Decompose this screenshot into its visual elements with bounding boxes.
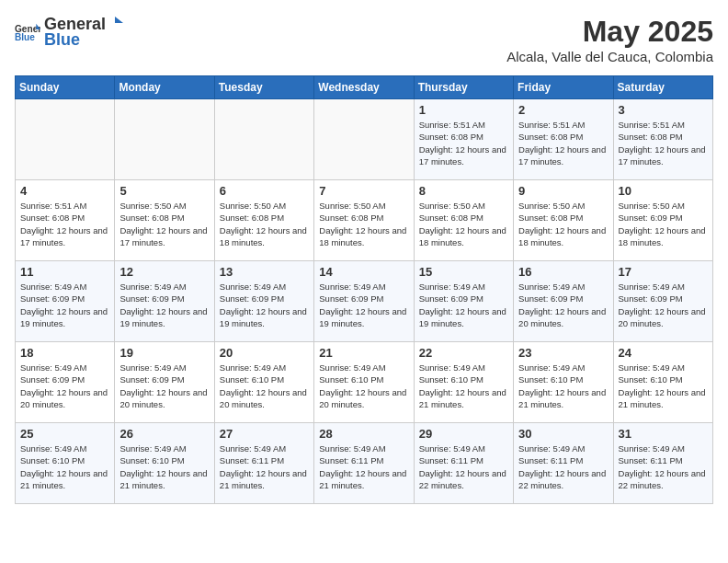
day-number: 20 — [220, 346, 309, 360]
day-number: 29 — [419, 427, 508, 441]
cell-content: Sunrise: 5:49 AMSunset: 6:09 PMDaylight:… — [119, 362, 209, 410]
cell-content: Sunrise: 5:49 AMSunset: 6:10 PMDaylight:… — [319, 362, 408, 410]
cell-content: Sunrise: 5:49 AMSunset: 6:10 PMDaylight:… — [220, 362, 309, 410]
calendar-cell: 21Sunrise: 5:49 AMSunset: 6:10 PMDayligh… — [314, 342, 414, 423]
cell-content: Sunrise: 5:50 AMSunset: 6:08 PMDaylight:… — [419, 200, 508, 248]
day-number: 2 — [518, 103, 608, 117]
calendar-cell — [115, 99, 214, 180]
day-number: 11 — [20, 265, 109, 279]
calendar-week-row: 25Sunrise: 5:49 AMSunset: 6:10 PMDayligh… — [16, 423, 713, 504]
calendar-cell — [16, 99, 115, 180]
cell-content: Sunrise: 5:49 AMSunset: 6:09 PMDaylight:… — [419, 281, 508, 329]
svg-marker-3 — [115, 17, 123, 23]
calendar-cell: 11Sunrise: 5:49 AMSunset: 6:09 PMDayligh… — [16, 261, 115, 342]
day-number: 13 — [220, 265, 309, 279]
cell-content: Sunrise: 5:50 AMSunset: 6:08 PMDaylight:… — [119, 200, 209, 248]
day-number: 27 — [220, 427, 309, 441]
calendar-week-row: 11Sunrise: 5:49 AMSunset: 6:09 PMDayligh… — [16, 261, 713, 342]
calendar-cell: 14Sunrise: 5:49 AMSunset: 6:09 PMDayligh… — [314, 261, 414, 342]
calendar-cell: 23Sunrise: 5:49 AMSunset: 6:10 PMDayligh… — [514, 342, 613, 423]
weekday-header-saturday: Saturday — [613, 76, 712, 99]
weekday-header-wednesday: Wednesday — [314, 76, 414, 99]
day-number: 21 — [319, 346, 408, 360]
cell-content: Sunrise: 5:49 AMSunset: 6:10 PMDaylight:… — [419, 362, 508, 410]
day-number: 4 — [20, 184, 109, 198]
cell-content: Sunrise: 5:51 AMSunset: 6:08 PMDaylight:… — [419, 119, 508, 167]
cell-content: Sunrise: 5:49 AMSunset: 6:09 PMDaylight:… — [518, 281, 608, 329]
calendar-cell — [314, 99, 414, 180]
svg-text:Blue: Blue — [15, 32, 35, 42]
cell-content: Sunrise: 5:50 AMSunset: 6:08 PMDaylight:… — [220, 200, 309, 248]
cell-content: Sunrise: 5:49 AMSunset: 6:10 PMDaylight:… — [20, 442, 109, 491]
calendar-cell: 3Sunrise: 5:51 AMSunset: 6:08 PMDaylight… — [613, 99, 712, 180]
cell-content: Sunrise: 5:50 AMSunset: 6:09 PMDaylight:… — [619, 200, 708, 248]
day-number: 25 — [20, 427, 109, 441]
cell-content: Sunrise: 5:49 AMSunset: 6:10 PMDaylight:… — [119, 442, 209, 491]
calendar-cell: 17Sunrise: 5:49 AMSunset: 6:09 PMDayligh… — [613, 261, 712, 342]
day-number: 9 — [518, 184, 608, 198]
day-number: 15 — [419, 265, 508, 279]
calendar-cell: 10Sunrise: 5:50 AMSunset: 6:09 PMDayligh… — [613, 180, 712, 261]
calendar-week-row: 18Sunrise: 5:49 AMSunset: 6:09 PMDayligh… — [16, 342, 713, 423]
calendar-cell: 30Sunrise: 5:49 AMSunset: 6:11 PMDayligh… — [514, 423, 613, 504]
calendar-week-row: 1Sunrise: 5:51 AMSunset: 6:08 PMDaylight… — [16, 99, 713, 180]
calendar-cell: 22Sunrise: 5:49 AMSunset: 6:10 PMDayligh… — [414, 342, 513, 423]
day-number: 19 — [119, 346, 209, 360]
logo: General Blue General Blue — [15, 15, 124, 50]
calendar-cell: 27Sunrise: 5:49 AMSunset: 6:11 PMDayligh… — [214, 423, 313, 504]
calendar-cell: 20Sunrise: 5:49 AMSunset: 6:10 PMDayligh… — [214, 342, 313, 423]
day-number: 5 — [119, 184, 209, 198]
calendar-cell: 31Sunrise: 5:49 AMSunset: 6:11 PMDayligh… — [613, 423, 712, 504]
calendar-cell: 5Sunrise: 5:50 AMSunset: 6:08 PMDaylight… — [115, 180, 214, 261]
calendar-cell: 12Sunrise: 5:49 AMSunset: 6:09 PMDayligh… — [115, 261, 214, 342]
cell-content: Sunrise: 5:50 AMSunset: 6:08 PMDaylight:… — [319, 200, 408, 248]
day-number: 14 — [319, 265, 408, 279]
weekday-header-tuesday: Tuesday — [214, 76, 313, 99]
day-number: 18 — [20, 346, 109, 360]
calendar-cell: 24Sunrise: 5:49 AMSunset: 6:10 PMDayligh… — [613, 342, 712, 423]
cell-content: Sunrise: 5:49 AMSunset: 6:11 PMDaylight:… — [319, 442, 408, 491]
calendar-cell: 19Sunrise: 5:49 AMSunset: 6:09 PMDayligh… — [115, 342, 214, 423]
calendar-cell: 1Sunrise: 5:51 AMSunset: 6:08 PMDaylight… — [414, 99, 513, 180]
weekday-header-monday: Monday — [115, 76, 214, 99]
calendar-cell: 26Sunrise: 5:49 AMSunset: 6:10 PMDayligh… — [115, 423, 214, 504]
cell-content: Sunrise: 5:49 AMSunset: 6:09 PMDaylight:… — [220, 281, 309, 329]
day-number: 17 — [619, 265, 708, 279]
calendar-table: SundayMondayTuesdayWednesdayThursdayFrid… — [15, 75, 713, 504]
calendar-week-row: 4Sunrise: 5:51 AMSunset: 6:08 PMDaylight… — [16, 180, 713, 261]
cell-content: Sunrise: 5:49 AMSunset: 6:09 PMDaylight:… — [319, 281, 408, 329]
day-number: 24 — [619, 346, 708, 360]
generalblue-logo-icon: General Blue — [15, 22, 40, 42]
cell-content: Sunrise: 5:49 AMSunset: 6:09 PMDaylight:… — [619, 281, 708, 329]
calendar-cell — [214, 99, 313, 180]
calendar-cell: 15Sunrise: 5:49 AMSunset: 6:09 PMDayligh… — [414, 261, 513, 342]
day-number: 22 — [419, 346, 508, 360]
location-subtitle: Alcala, Valle del Cauca, Colombia — [506, 49, 713, 64]
calendar-header-row: SundayMondayTuesdayWednesdayThursdayFrid… — [16, 76, 713, 99]
calendar-cell: 18Sunrise: 5:49 AMSunset: 6:09 PMDayligh… — [16, 342, 115, 423]
day-number: 1 — [419, 103, 508, 117]
cell-content: Sunrise: 5:49 AMSunset: 6:09 PMDaylight:… — [20, 362, 109, 410]
title-block: May 2025 Alcala, Valle del Cauca, Colomb… — [506, 15, 713, 64]
calendar-cell: 13Sunrise: 5:49 AMSunset: 6:09 PMDayligh… — [214, 261, 313, 342]
day-number: 3 — [619, 103, 708, 117]
calendar-cell: 16Sunrise: 5:49 AMSunset: 6:09 PMDayligh… — [514, 261, 613, 342]
day-number: 28 — [319, 427, 408, 441]
calendar-cell: 6Sunrise: 5:50 AMSunset: 6:08 PMDaylight… — [214, 180, 313, 261]
calendar-cell: 28Sunrise: 5:49 AMSunset: 6:11 PMDayligh… — [314, 423, 414, 504]
day-number: 12 — [119, 265, 209, 279]
cell-content: Sunrise: 5:49 AMSunset: 6:11 PMDaylight:… — [518, 442, 608, 491]
day-number: 30 — [518, 427, 608, 441]
day-number: 6 — [220, 184, 309, 198]
cell-content: Sunrise: 5:51 AMSunset: 6:08 PMDaylight:… — [619, 119, 708, 167]
calendar-cell: 25Sunrise: 5:49 AMSunset: 6:10 PMDayligh… — [16, 423, 115, 504]
cell-content: Sunrise: 5:50 AMSunset: 6:08 PMDaylight:… — [518, 200, 608, 248]
cell-content: Sunrise: 5:49 AMSunset: 6:11 PMDaylight:… — [419, 442, 508, 491]
day-number: 10 — [619, 184, 708, 198]
cell-content: Sunrise: 5:49 AMSunset: 6:10 PMDaylight:… — [518, 362, 608, 410]
logo-bird-icon — [107, 17, 123, 29]
cell-content: Sunrise: 5:51 AMSunset: 6:08 PMDaylight:… — [20, 200, 109, 248]
calendar-cell: 29Sunrise: 5:49 AMSunset: 6:11 PMDayligh… — [414, 423, 513, 504]
calendar-cell: 4Sunrise: 5:51 AMSunset: 6:08 PMDaylight… — [16, 180, 115, 261]
day-number: 8 — [419, 184, 508, 198]
